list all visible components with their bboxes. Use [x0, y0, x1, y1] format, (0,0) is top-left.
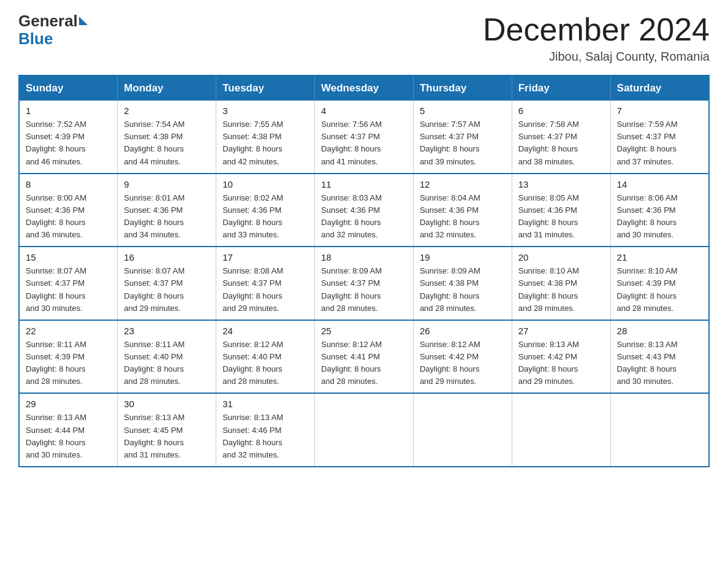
calendar-day-5: 5Sunrise: 7:57 AM Sunset: 4:37 PM Daylig… [413, 101, 512, 174]
calendar-week-row: 15Sunrise: 8:07 AM Sunset: 4:37 PM Dayli… [19, 247, 709, 320]
day-info: Sunrise: 8:13 AM Sunset: 4:44 PM Dayligh… [26, 412, 111, 461]
weekday-header-thursday: Thursday [413, 75, 512, 101]
calendar-day-9: 9Sunrise: 8:01 AM Sunset: 4:36 PM Daylig… [118, 174, 216, 247]
day-number: 17 [222, 252, 308, 262]
day-number: 10 [222, 179, 308, 190]
calendar-day-25: 25Sunrise: 8:12 AM Sunset: 4:41 PM Dayli… [315, 320, 414, 394]
day-number: 4 [321, 105, 407, 116]
day-info: Sunrise: 8:12 AM Sunset: 4:41 PM Dayligh… [321, 339, 407, 388]
calendar-week-row: 29Sunrise: 8:13 AM Sunset: 4:44 PM Dayli… [19, 393, 709, 467]
day-number: 21 [617, 252, 702, 262]
day-info: Sunrise: 8:13 AM Sunset: 4:46 PM Dayligh… [222, 412, 308, 461]
calendar-empty-cell [610, 393, 709, 467]
day-info: Sunrise: 8:06 AM Sunset: 4:36 PM Dayligh… [617, 192, 702, 242]
day-number: 3 [222, 105, 308, 116]
title-block: December 2024 Jibou, Salaj County, Roman… [483, 12, 710, 64]
calendar-empty-cell [512, 393, 610, 467]
day-number: 1 [26, 105, 111, 116]
calendar-day-27: 27Sunrise: 8:13 AM Sunset: 4:42 PM Dayli… [512, 320, 610, 394]
calendar-table: SundayMondayTuesdayWednesdayThursdayFrid… [18, 75, 710, 467]
calendar-day-30: 30Sunrise: 8:13 AM Sunset: 4:45 PM Dayli… [118, 393, 216, 467]
page-header: General Blue December 2024 Jibou, Salaj … [18, 12, 710, 64]
calendar-day-20: 20Sunrise: 8:10 AM Sunset: 4:38 PM Dayli… [512, 247, 610, 320]
day-number: 13 [518, 179, 604, 190]
day-info: Sunrise: 7:52 AM Sunset: 4:39 PM Dayligh… [26, 118, 111, 168]
calendar-day-6: 6Sunrise: 7:58 AM Sunset: 4:37 PM Daylig… [512, 101, 610, 174]
calendar-day-12: 12Sunrise: 8:04 AM Sunset: 4:36 PM Dayli… [413, 174, 512, 247]
day-number: 22 [26, 326, 111, 336]
calendar-day-21: 21Sunrise: 8:10 AM Sunset: 4:39 PM Dayli… [610, 247, 709, 320]
calendar-day-26: 26Sunrise: 8:12 AM Sunset: 4:42 PM Dayli… [413, 320, 512, 394]
day-number: 25 [321, 326, 407, 336]
day-info: Sunrise: 7:54 AM Sunset: 4:38 PM Dayligh… [124, 118, 210, 168]
calendar-day-29: 29Sunrise: 8:13 AM Sunset: 4:44 PM Dayli… [19, 393, 118, 467]
day-info: Sunrise: 8:13 AM Sunset: 4:45 PM Dayligh… [124, 412, 210, 461]
location: Jibou, Salaj County, Romania [483, 50, 710, 64]
day-info: Sunrise: 8:09 AM Sunset: 4:37 PM Dayligh… [321, 265, 407, 315]
day-number: 15 [26, 252, 111, 262]
weekday-header-tuesday: Tuesday [216, 75, 315, 101]
day-info: Sunrise: 8:02 AM Sunset: 4:36 PM Dayligh… [222, 192, 308, 242]
day-info: Sunrise: 8:01 AM Sunset: 4:36 PM Dayligh… [124, 192, 210, 242]
weekday-header-monday: Monday [118, 75, 216, 101]
calendar-empty-cell [413, 393, 512, 467]
calendar-day-3: 3Sunrise: 7:55 AM Sunset: 4:38 PM Daylig… [216, 101, 315, 174]
day-info: Sunrise: 8:04 AM Sunset: 4:36 PM Dayligh… [420, 192, 506, 242]
day-info: Sunrise: 8:10 AM Sunset: 4:39 PM Dayligh… [617, 265, 702, 315]
calendar-empty-cell [315, 393, 414, 467]
day-info: Sunrise: 7:56 AM Sunset: 4:37 PM Dayligh… [321, 118, 407, 168]
month-title: December 2024 [483, 12, 710, 47]
calendar-day-17: 17Sunrise: 8:08 AM Sunset: 4:37 PM Dayli… [216, 247, 315, 320]
day-info: Sunrise: 8:07 AM Sunset: 4:37 PM Dayligh… [26, 265, 111, 315]
calendar-day-15: 15Sunrise: 8:07 AM Sunset: 4:37 PM Dayli… [19, 247, 118, 320]
logo-triangle [79, 17, 88, 25]
day-number: 14 [617, 179, 702, 190]
day-info: Sunrise: 7:57 AM Sunset: 4:37 PM Dayligh… [420, 118, 506, 168]
day-number: 9 [124, 179, 210, 190]
calendar-day-14: 14Sunrise: 8:06 AM Sunset: 4:36 PM Dayli… [610, 174, 709, 247]
day-number: 8 [26, 179, 111, 190]
day-number: 16 [124, 252, 210, 262]
logo-text: General Blue [18, 12, 89, 47]
calendar-day-19: 19Sunrise: 8:09 AM Sunset: 4:38 PM Dayli… [413, 247, 512, 320]
day-number: 26 [420, 326, 506, 336]
day-number: 12 [420, 179, 506, 190]
day-number: 31 [222, 399, 308, 409]
day-number: 29 [26, 399, 111, 409]
calendar-header-row: SundayMondayTuesdayWednesdayThursdayFrid… [19, 75, 709, 101]
day-info: Sunrise: 8:13 AM Sunset: 4:43 PM Dayligh… [617, 339, 702, 388]
day-number: 28 [617, 326, 702, 336]
day-number: 30 [124, 399, 210, 409]
calendar-day-18: 18Sunrise: 8:09 AM Sunset: 4:37 PM Dayli… [315, 247, 414, 320]
logo-blue: Blue [18, 29, 53, 48]
day-info: Sunrise: 8:03 AM Sunset: 4:36 PM Dayligh… [321, 192, 407, 242]
day-info: Sunrise: 8:00 AM Sunset: 4:36 PM Dayligh… [26, 192, 111, 242]
day-info: Sunrise: 7:55 AM Sunset: 4:38 PM Dayligh… [222, 118, 308, 168]
day-info: Sunrise: 8:07 AM Sunset: 4:37 PM Dayligh… [124, 265, 210, 315]
logo-general: General [18, 12, 78, 30]
day-info: Sunrise: 8:10 AM Sunset: 4:38 PM Dayligh… [518, 265, 604, 315]
day-info: Sunrise: 8:12 AM Sunset: 4:40 PM Dayligh… [222, 339, 308, 388]
day-info: Sunrise: 7:59 AM Sunset: 4:37 PM Dayligh… [617, 118, 702, 168]
weekday-header-friday: Friday [512, 75, 610, 101]
calendar-day-23: 23Sunrise: 8:11 AM Sunset: 4:40 PM Dayli… [118, 320, 216, 394]
calendar-week-row: 1Sunrise: 7:52 AM Sunset: 4:39 PM Daylig… [19, 101, 709, 174]
weekday-header-wednesday: Wednesday [315, 75, 414, 101]
day-number: 19 [420, 252, 506, 262]
day-number: 7 [617, 105, 702, 116]
day-number: 24 [222, 326, 308, 336]
day-info: Sunrise: 8:12 AM Sunset: 4:42 PM Dayligh… [420, 339, 506, 388]
day-number: 20 [518, 252, 604, 262]
calendar-day-10: 10Sunrise: 8:02 AM Sunset: 4:36 PM Dayli… [216, 174, 315, 247]
calendar-day-4: 4Sunrise: 7:56 AM Sunset: 4:37 PM Daylig… [315, 101, 414, 174]
day-info: Sunrise: 8:11 AM Sunset: 4:39 PM Dayligh… [26, 339, 111, 388]
day-number: 6 [518, 105, 604, 116]
calendar-day-31: 31Sunrise: 8:13 AM Sunset: 4:46 PM Dayli… [216, 393, 315, 467]
day-number: 18 [321, 252, 407, 262]
day-number: 11 [321, 179, 407, 190]
day-info: Sunrise: 8:05 AM Sunset: 4:36 PM Dayligh… [518, 192, 604, 242]
day-info: Sunrise: 8:13 AM Sunset: 4:42 PM Dayligh… [518, 339, 604, 388]
weekday-header-saturday: Saturday [610, 75, 709, 101]
calendar-day-22: 22Sunrise: 8:11 AM Sunset: 4:39 PM Dayli… [19, 320, 118, 394]
calendar-week-row: 8Sunrise: 8:00 AM Sunset: 4:36 PM Daylig… [19, 174, 709, 247]
